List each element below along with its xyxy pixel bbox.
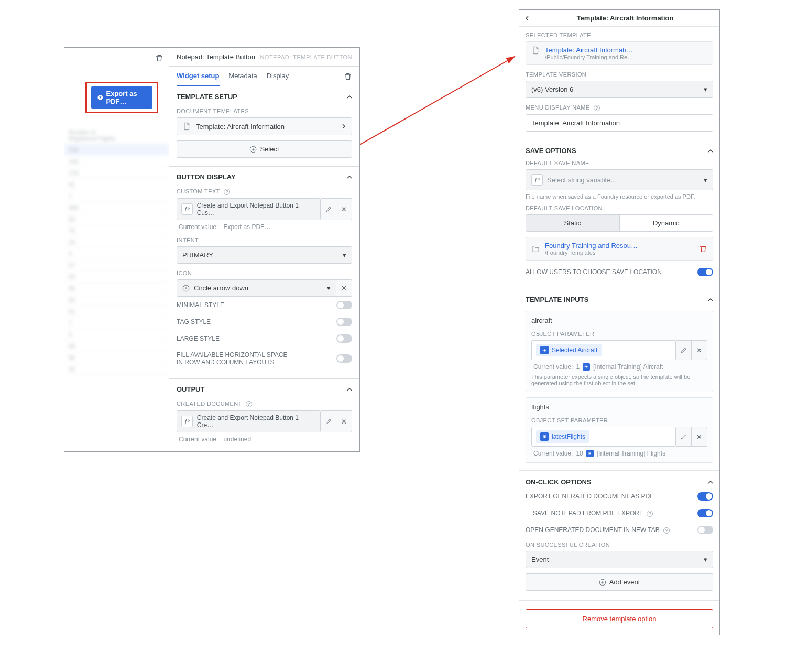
save-notepad-toggle[interactable] <box>697 509 713 517</box>
help-icon[interactable]: ? <box>594 105 600 111</box>
edit-created-doc-button[interactable] <box>321 410 336 432</box>
clear-icon-button[interactable]: ✕ <box>336 279 352 297</box>
back-icon[interactable] <box>524 16 532 21</box>
clear-flights-param-button[interactable]: ✕ <box>692 427 707 447</box>
icon-label: ICON <box>177 264 352 279</box>
folder-icon <box>531 245 540 253</box>
set-icon: ▣ <box>540 432 549 441</box>
tab-display[interactable]: Display <box>267 67 289 86</box>
minimal-style-toggle[interactable] <box>336 301 352 309</box>
help-icon[interactable]: ? <box>647 511 653 517</box>
connector-arrow <box>347 47 530 162</box>
selected-template-label: SELECTED TEMPLATE <box>526 27 713 41</box>
edit-custom-text-button[interactable] <box>321 198 336 220</box>
button-display-heading: BUTTON DISPLAY <box>177 173 236 181</box>
aircraft-param-value[interactable]: ✈Selected Aircraft <box>531 340 676 360</box>
chevron-up-icon[interactable] <box>347 387 352 392</box>
airplane-icon: ✈ <box>583 363 590 371</box>
input-flights: flights OBJECT SET PARAMETER ▣latestFlig… <box>526 397 713 463</box>
caret-down-icon: ▾ <box>704 85 707 93</box>
flights-current-text: [Internal Training] Flights <box>597 450 665 457</box>
document-icon <box>531 46 540 55</box>
delete-widget-icon[interactable] <box>344 72 352 81</box>
help-icon[interactable]: ? <box>663 527 670 534</box>
config-side: Notepad: Template Button NOTEPAD: TEMPLA… <box>169 48 359 451</box>
select-template-button[interactable]: Select <box>177 140 352 158</box>
caret-down-icon: ▾ <box>343 251 346 259</box>
chevron-up-icon[interactable] <box>708 148 713 154</box>
edit-flights-param-button[interactable] <box>676 427 692 447</box>
version-label: TEMPLATE VERSION <box>526 65 713 81</box>
on-success-select[interactable]: Event ▾ <box>526 551 713 568</box>
add-event-button[interactable]: Add event <box>526 573 713 591</box>
large-style-toggle[interactable] <box>336 334 352 343</box>
version-select[interactable]: (v6) Version 6 ▾ <box>526 81 713 98</box>
default-save-name-select[interactable]: ƒ⁹ Select string variable… ▾ <box>526 169 713 190</box>
circle-arrow-down-icon <box>182 285 190 292</box>
export-pdf-label: EXPORT GENERATED DOCUMENT AS PDF <box>526 493 654 500</box>
current-value-text: Export as PDF… <box>223 223 270 231</box>
plus-circle-icon <box>249 146 257 153</box>
set-icon: ▣ <box>586 450 594 457</box>
help-icon[interactable]: ? <box>246 401 252 407</box>
allow-choose-label: ALLOW USERS TO CHOOSE SAVE LOCATION <box>526 268 662 276</box>
menu-name-input[interactable]: Template: Aircraft Information <box>526 114 713 132</box>
chevron-up-icon[interactable] <box>347 175 352 180</box>
chevron-up-icon[interactable] <box>347 94 352 100</box>
location-segment: Static Dynamic <box>526 214 713 232</box>
right-panel-title: Template: Aircraft Information <box>536 14 714 22</box>
template-item[interactable]: Template: Aircraft Information <box>177 117 352 135</box>
remove-template-button[interactable]: Remove template option <box>526 609 713 628</box>
chevron-up-icon[interactable] <box>708 480 713 485</box>
minimal-style-label: MINIMAL STYLE <box>177 301 224 309</box>
selected-template-card[interactable]: Template: Aircraft Informati… /Public/Fo… <box>526 41 713 65</box>
template-link-title: Template: Aircraft Informati… <box>545 46 633 54</box>
trash-icon[interactable] <box>155 54 163 62</box>
tab-metadata[interactable]: Metadata <box>229 67 257 86</box>
created-doc-value[interactable]: ƒ⁹ Create and Export Notepad Button 1 Cr… <box>177 410 321 432</box>
aircraft-current-label: Current value: <box>533 363 573 371</box>
variable-icon: ƒ⁹ <box>181 416 193 427</box>
flights-param-value[interactable]: ▣latestFlights <box>531 427 676 447</box>
export-pdf-button[interactable]: Export as PDF… <box>91 86 152 109</box>
open-new-tab-toggle[interactable] <box>697 526 713 534</box>
tab-widget-setup[interactable]: Widget setup <box>177 67 220 86</box>
icon-select[interactable]: Circle arrow down ▾ <box>177 279 336 297</box>
aircraft-current-text: [Internal Training] Aircraft <box>593 363 663 371</box>
location-card[interactable]: Foundry Training and Resou… /Foundry Tem… <box>526 237 713 261</box>
segment-dynamic[interactable]: Dynamic <box>619 215 713 231</box>
config-title: Notepad: Template Button <box>177 53 255 61</box>
custom-text-value[interactable]: ƒ⁹ Create and Export Notepad Button 1 Cu… <box>177 198 321 220</box>
chevron-up-icon[interactable] <box>708 297 713 302</box>
remove-folder-icon[interactable] <box>699 245 707 253</box>
select-button-label: Select <box>260 145 279 153</box>
clear-aircraft-param-button[interactable]: ✕ <box>692 340 707 360</box>
menu-name-label: MENU DISPLAY NAME <box>526 104 590 111</box>
folder-title: Foundry Training and Resou… <box>545 242 694 250</box>
custom-text-label: CUSTOM TEXT <box>177 188 220 194</box>
save-notepad-label: SAVE NOTEPAD FROM PDF EXPORT <box>533 510 643 517</box>
section-template-setup: TEMPLATE SETUP DOCUMENT TEMPLATES Templa… <box>169 86 359 167</box>
input-aircraft: aircraft OBJECT PARAMETER ✈Selected Airc… <box>526 311 713 392</box>
aircraft-title: aircraft <box>531 317 707 328</box>
help-icon[interactable]: ? <box>224 189 230 195</box>
on-success-label: ON SUCCESSFUL CREATION <box>526 538 713 551</box>
clear-custom-text-button[interactable]: ✕ <box>336 198 352 220</box>
default-save-name-label: DEFAULT SAVE NAME <box>526 157 713 169</box>
segment-static[interactable]: Static <box>526 215 619 231</box>
open-new-tab-label: OPEN GENERATED DOCUMENT IN NEW TAB <box>526 526 660 534</box>
tag-style-toggle[interactable] <box>336 318 352 326</box>
caret-down-icon: ▾ <box>704 556 707 563</box>
edit-aircraft-param-button[interactable] <box>676 340 692 360</box>
aircraft-param-label: OBJECT PARAMETER <box>531 328 707 340</box>
flights-param-label: OBJECT SET PARAMETER <box>531 414 707 427</box>
fill-space-label: FILL AVAILABLE HORIZONTAL SPACE IN ROW A… <box>177 351 292 366</box>
template-item-label: Template: Aircraft Information <box>196 123 336 131</box>
allow-choose-toggle[interactable] <box>697 268 713 276</box>
fill-space-toggle[interactable] <box>336 354 352 363</box>
intent-select[interactable]: PRIMARY ▾ <box>177 246 352 264</box>
output-heading: OUTPUT <box>177 385 204 393</box>
folder-path: /Foundry Templates <box>545 250 694 256</box>
export-pdf-toggle[interactable] <box>697 492 713 501</box>
clear-created-doc-button[interactable]: ✕ <box>336 410 352 432</box>
